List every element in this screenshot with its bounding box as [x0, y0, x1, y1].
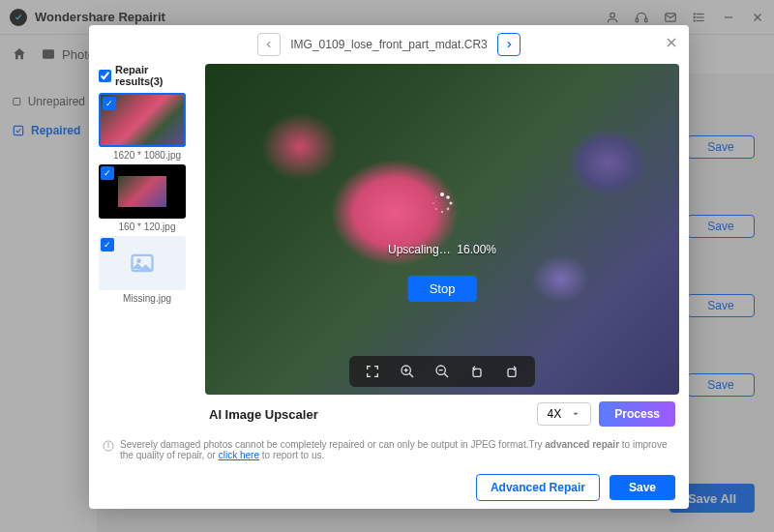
thumb-label-1: 1620 * 1080.jpg: [99, 150, 195, 161]
process-button[interactable]: Process: [599, 401, 675, 427]
svg-point-25: [435, 208, 437, 210]
svg-line-29: [409, 373, 413, 377]
results-label: Repair results(3): [115, 64, 195, 87]
upscaler-label: AI Image Upscaler: [209, 407, 529, 422]
thumbnail-column: Repair results(3) ✓ 1620 * 1080.jpg ✓ 16…: [99, 64, 195, 395]
check-icon: ✓: [101, 238, 114, 251]
rotate-left-icon[interactable]: [469, 364, 485, 379]
preview-image: [205, 64, 679, 395]
select-all-row[interactable]: Repair results(3): [99, 64, 195, 87]
svg-point-39: [108, 443, 109, 444]
svg-point-24: [441, 210, 443, 212]
preview-toolbar: [349, 356, 535, 387]
thumb-label-2: 160 * 120.jpg: [99, 222, 195, 232]
chevron-down-icon: [571, 409, 580, 419]
svg-point-23: [447, 207, 450, 210]
svg-line-33: [444, 373, 448, 377]
loading-spinner-icon: [431, 192, 454, 215]
check-icon: ✓: [101, 166, 114, 180]
stop-button[interactable]: Stop: [408, 276, 477, 302]
svg-point-19: [136, 258, 141, 263]
thumbnail-3[interactable]: ✓ Missing.jpg: [99, 236, 195, 304]
modal-footer: Advanced Repair Save: [89, 466, 689, 509]
next-button[interactable]: [497, 33, 521, 56]
upscaler-row: AI Image Upscaler 4X Process: [89, 395, 689, 433]
modal-close-button[interactable]: [664, 35, 679, 54]
report-link[interactable]: click here: [219, 450, 259, 460]
info-row: Severely damaged photos cannot be comple…: [89, 433, 689, 466]
prev-button[interactable]: [257, 33, 281, 56]
svg-point-20: [440, 192, 444, 196]
rotate-right-icon[interactable]: [504, 364, 520, 379]
zoom-out-icon[interactable]: [434, 364, 450, 379]
svg-point-27: [435, 196, 437, 198]
svg-point-22: [449, 201, 452, 204]
fullscreen-icon[interactable]: [365, 364, 380, 379]
svg-point-21: [446, 195, 450, 199]
thumbnail-2[interactable]: ✓ 160 * 120.jpg: [99, 164, 195, 232]
check-icon: ✓: [103, 97, 116, 110]
image-placeholder-icon: [129, 250, 156, 277]
zoom-in-icon[interactable]: [400, 364, 415, 379]
select-all-checkbox[interactable]: [99, 70, 111, 82]
thumbnail-1[interactable]: ✓ 1620 * 1080.jpg: [99, 93, 195, 161]
filename-label: IMG_0109_lose_front_part_mdat.CR3: [290, 38, 487, 51]
progress-text: Upscaling… 16.00%: [388, 243, 496, 256]
modal-header: IMG_0109_lose_front_part_mdat.CR3: [89, 25, 689, 64]
info-icon: [103, 440, 114, 452]
preview-modal: IMG_0109_lose_front_part_mdat.CR3 Repair…: [89, 25, 689, 509]
svg-point-26: [432, 202, 434, 204]
multiplier-select[interactable]: 4X: [537, 402, 592, 426]
advanced-repair-button[interactable]: Advanced Repair: [476, 474, 600, 501]
modal-save-button[interactable]: Save: [610, 475, 675, 500]
preview-pane: Upscaling… 16.00% Stop: [205, 64, 679, 395]
thumb-label-3: Missing.jpg: [99, 293, 195, 304]
